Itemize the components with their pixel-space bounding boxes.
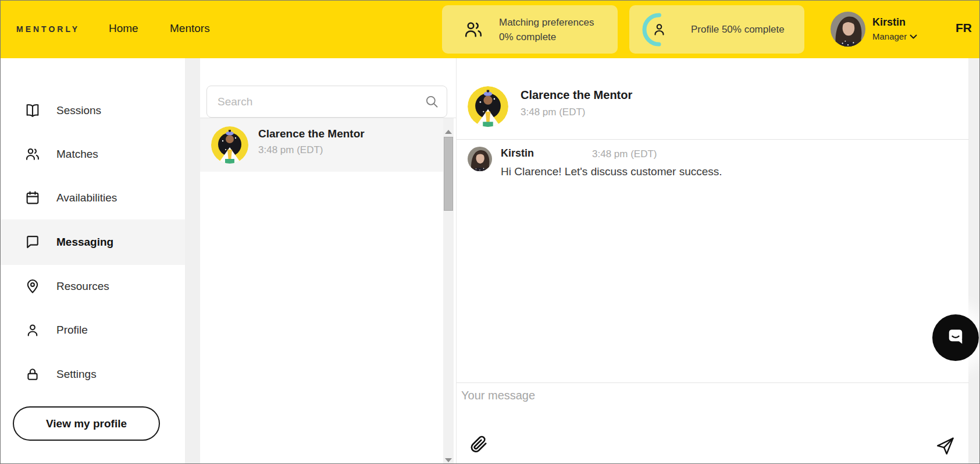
chat-partner-time: 3:48 pm (EDT) <box>521 107 585 118</box>
mentorly-logo: MENTORLY <box>16 24 80 34</box>
matching-preferences-badge[interactable]: Matching preferences 0% complete <box>442 5 618 54</box>
vertical-scrollbar[interactable] <box>443 118 454 464</box>
sidebar-item-sessions[interactable]: Sessions <box>0 88 185 133</box>
sidebar-item-settings[interactable]: Settings <box>0 352 185 396</box>
users-icon <box>463 19 484 40</box>
chat-icon <box>24 234 41 250</box>
sidebar-item-profile[interactable]: Profile <box>0 308 185 352</box>
user-name: Kirstin <box>872 16 906 29</box>
clarence-avatar <box>211 126 248 164</box>
attach-file-button[interactable] <box>467 433 489 457</box>
nav-mentors[interactable]: Mentors <box>170 22 210 35</box>
message-input[interactable] <box>461 389 926 433</box>
pin-icon <box>24 278 41 295</box>
message-list: Kirstin 3:48 pm (EDT) Hi Clarence! Let's… <box>457 140 969 382</box>
message-time: 3:48 pm (EDT) <box>592 148 657 160</box>
conversations-panel: Clarence the Mentor 3:48 pm (EDT) <box>200 58 456 464</box>
conversation-list-item[interactable]: Clarence the Mentor 3:48 pm (EDT) <box>200 118 443 172</box>
chat-input-area <box>457 382 969 464</box>
send-icon <box>935 435 956 458</box>
conversation-time: 3:48 pm (EDT) <box>258 144 323 156</box>
message-sender: Kirstin <box>501 147 534 160</box>
sidebar-item-messaging[interactable]: Messaging <box>0 219 185 265</box>
clarence-avatar <box>468 86 508 127</box>
message-text: Hi Clarence! Let's discuss customer succ… <box>501 165 722 178</box>
user-role-dropdown[interactable]: Manager <box>872 31 917 41</box>
book-icon <box>24 102 41 119</box>
scrollbar-thumb[interactable] <box>444 137 453 211</box>
lock-icon <box>24 366 41 382</box>
scroll-down-arrow[interactable] <box>445 458 452 462</box>
profile-complete-badge[interactable]: Profile 50% complete <box>629 5 804 54</box>
chat-header: Clarence the Mentor 3:48 pm (EDT) <box>457 58 969 140</box>
top-header: MENTORLY Home Mentors Matching preferenc… <box>0 0 980 58</box>
scroll-up-arrow[interactable] <box>445 130 452 134</box>
profile-progress-arc <box>642 13 676 47</box>
sidebar-item-availabilities[interactable]: Availabilities <box>0 176 185 220</box>
intercom-launcher-button[interactable] <box>932 314 979 361</box>
matching-badge-text: Matching preferences 0% complete <box>499 15 594 44</box>
language-toggle[interactable]: FR <box>956 21 972 35</box>
chat-partner-name: Clarence the Mentor <box>521 88 632 102</box>
profile-badge-text: Profile 50% complete <box>691 22 785 37</box>
user-avatar[interactable] <box>831 12 865 47</box>
kirstin-avatar <box>468 147 492 171</box>
chevron-down-icon <box>910 31 917 41</box>
intercom-chat-icon <box>944 325 967 350</box>
calendar-icon <box>24 190 41 206</box>
search-input[interactable] <box>206 86 447 118</box>
sidebar-item-resources[interactable]: Resources <box>0 264 185 309</box>
view-my-profile-button[interactable]: View my profile <box>13 406 160 441</box>
person-icon <box>651 22 667 40</box>
sidebar: Sessions Matches Availabilities Mes <box>0 58 185 464</box>
search-icon <box>424 94 440 112</box>
nav-home[interactable]: Home <box>109 22 138 35</box>
conversation-name: Clarence the Mentor <box>258 127 365 140</box>
send-message-button[interactable] <box>935 435 956 458</box>
sidebar-item-matches[interactable]: Matches <box>0 132 185 176</box>
paperclip-icon <box>467 433 489 457</box>
chat-panel: Clarence the Mentor 3:48 pm (EDT) Kirsti… <box>456 58 968 464</box>
conversation-search-area <box>200 58 456 118</box>
person-icon <box>24 322 41 338</box>
users-icon <box>24 146 41 162</box>
